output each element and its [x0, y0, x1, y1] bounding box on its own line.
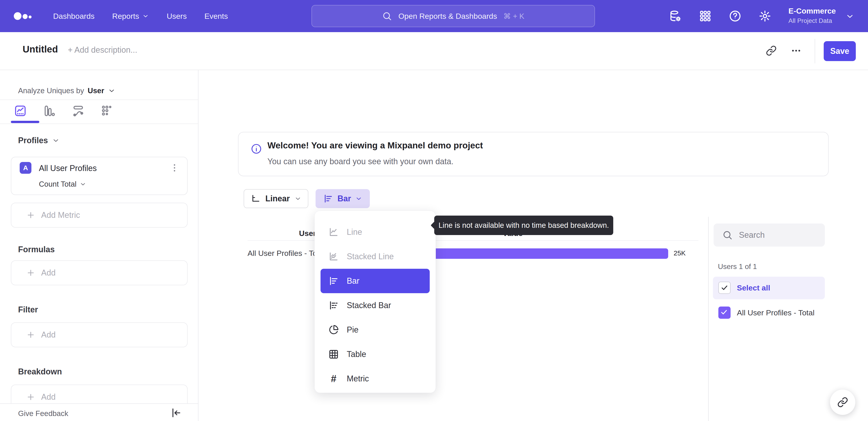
add-breakdown-label: Add — [41, 392, 56, 402]
nav-events-label: Events — [204, 12, 228, 21]
sidebar-divider — [0, 100, 198, 100]
menu-item-metric[interactable]: Metric — [320, 366, 430, 391]
analyze-value[interactable]: User — [88, 86, 104, 95]
select-all-row[interactable]: Select all — [713, 277, 825, 299]
metric-aggregation-label: Count Total — [39, 180, 76, 189]
add-metric-label: Add Metric — [41, 210, 80, 220]
plus-icon — [26, 393, 35, 401]
mixpanel-app: Dashboards Reports Users Events Open Rep… — [0, 0, 868, 421]
menu-item-table[interactable]: Table — [320, 342, 430, 366]
info-icon — [251, 143, 262, 155]
report-type-tabs — [14, 103, 114, 116]
chart-type-selector-button[interactable]: Bar — [315, 189, 370, 208]
query-builder-sidebar: Analyze Uniques by User — [0, 70, 198, 421]
add-filter-button[interactable]: Add — [11, 322, 188, 347]
mixpanel-logo-icon[interactable] — [13, 10, 36, 22]
report-header: Untitled + Add description... Save — [0, 32, 868, 70]
metric-card[interactable]: A All User Profiles Count Total — [11, 157, 188, 195]
profiles-chevron-down-icon — [52, 137, 60, 144]
segment-item-row[interactable]: All User Profiles - Total — [713, 302, 825, 324]
chevron-down-icon — [142, 13, 149, 20]
tab-insights[interactable] — [14, 103, 27, 116]
nav-reports-label: Reports — [112, 12, 139, 21]
stacked-bar-chart-icon — [328, 300, 339, 311]
aggregation-chevron-down-icon — [80, 181, 86, 188]
nav-dashboards-label: Dashboards — [53, 12, 94, 21]
segments-search-input[interactable] — [739, 224, 820, 247]
line-chart-icon — [328, 227, 339, 237]
select-all-label: Select all — [737, 283, 770, 292]
metric-kebab-icon[interactable] — [169, 162, 180, 173]
tab-flows[interactable] — [72, 103, 85, 116]
copy-link-icon[interactable] — [766, 45, 777, 56]
add-metric-button[interactable]: Add Metric — [11, 203, 188, 228]
sidebar-footer: Give Feedback — [0, 403, 198, 421]
help-icon[interactable] — [729, 10, 741, 22]
nav-events[interactable]: Events — [204, 12, 228, 21]
welcome-banner: Welcome! You are viewing a Mixpanel demo… — [238, 132, 829, 176]
tab-retention[interactable] — [101, 103, 114, 116]
menu-item-pie[interactable]: Pie — [320, 318, 430, 342]
add-description-field[interactable]: + Add description... — [68, 45, 137, 55]
nav-utility-icons — [669, 0, 771, 32]
project-switcher[interactable]: E-Commerce All Project Data — [788, 5, 836, 25]
search-icon — [382, 11, 392, 21]
formulas-section-header: Formulas — [18, 245, 55, 254]
chart-bar-value: 25K — [674, 249, 686, 257]
content-divider — [708, 217, 709, 421]
tab-funnels[interactable] — [43, 103, 56, 116]
segments-count-label: Users 1 of 1 — [718, 262, 757, 271]
more-options-icon[interactable] — [791, 45, 802, 56]
select-all-checkbox[interactable] — [718, 282, 731, 294]
bar-chart-icon — [323, 193, 333, 204]
table-icon — [328, 349, 339, 360]
add-filter-label: Add — [41, 330, 56, 340]
data-management-icon[interactable] — [669, 10, 682, 22]
metric-badge: A — [20, 162, 31, 174]
segment-checkbox-checked[interactable] — [718, 307, 731, 319]
check-icon — [721, 284, 728, 291]
menu-item-stacked-line[interactable]: Stacked Line — [320, 244, 430, 269]
menu-item-label: Table — [347, 349, 366, 359]
menu-item-label: Pie — [347, 325, 359, 335]
analyze-chevron-down-icon[interactable] — [108, 87, 116, 94]
settings-gear-icon[interactable] — [758, 10, 771, 22]
project-name: E-Commerce — [788, 5, 836, 16]
primary-nav: Dashboards Reports Users Events — [53, 0, 228, 32]
segments-search — [714, 224, 825, 247]
active-tab-underline — [11, 121, 39, 123]
menu-item-line[interactable]: Line — [320, 220, 430, 244]
save-button[interactable]: Save — [824, 41, 856, 61]
line-disabled-tooltip: Line is not available with no time based… — [434, 216, 613, 235]
report-title[interactable]: Untitled — [23, 44, 58, 55]
give-feedback-link[interactable]: Give Feedback — [18, 409, 68, 418]
metric-name[interactable]: All User Profiles — [39, 164, 97, 173]
project-chevron-down-icon[interactable] — [845, 12, 855, 21]
metric-aggregation-selector[interactable]: Count Total — [39, 180, 86, 189]
breakdown-title: Breakdown — [18, 367, 62, 376]
metric-hash-icon — [328, 373, 339, 384]
profiles-section-header[interactable]: Profiles — [18, 136, 60, 145]
check-icon — [720, 308, 728, 316]
welcome-banner-subtitle: You can use any board you see with your … — [268, 157, 454, 166]
nav-dashboards[interactable]: Dashboards — [53, 12, 94, 21]
filter-section-header: Filter — [18, 305, 38, 314]
scale-selector-button[interactable]: Linear — [244, 189, 308, 208]
search-icon — [722, 230, 733, 240]
nav-users[interactable]: Users — [166, 12, 187, 21]
global-search-button[interactable]: Open Reports & Dashboards ⌘ + K — [311, 5, 595, 27]
tooltip-text: Line is not available with no time based… — [438, 221, 609, 230]
menu-item-bar[interactable]: Bar — [320, 269, 430, 293]
add-formula-button[interactable]: Add — [11, 260, 188, 285]
profiles-title: Profiles — [18, 136, 48, 145]
bar-chart-icon — [328, 276, 339, 286]
collapse-sidebar-icon[interactable] — [170, 407, 182, 419]
apps-grid-icon[interactable] — [699, 10, 712, 22]
share-link-floating-button[interactable] — [830, 390, 855, 415]
menu-item-label: Stacked Bar — [347, 301, 391, 310]
chevron-down-icon — [294, 195, 302, 202]
linear-axis-icon — [250, 193, 261, 204]
segment-item-label: All User Profiles - Total — [737, 308, 814, 317]
nav-reports[interactable]: Reports — [112, 12, 149, 21]
menu-item-stacked-bar[interactable]: Stacked Bar — [320, 293, 430, 318]
